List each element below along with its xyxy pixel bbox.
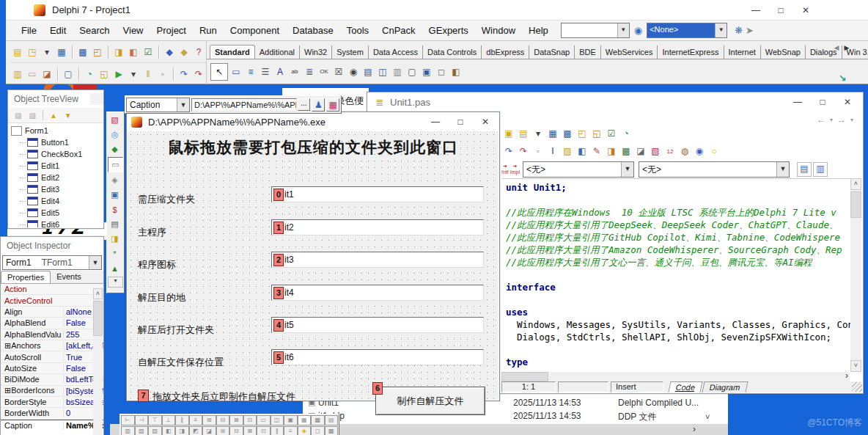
align-right-list-icon[interactable]: ▥ <box>813 162 828 177</box>
tree-item-checkbox1[interactable]: CheckBox1 <box>11 148 103 160</box>
component-replace-icon[interactable]: ◎ <box>108 128 122 142</box>
edit-field-1[interactable]: 0it1 <box>271 186 484 202</box>
align-button[interactable]: ⊞ <box>202 415 216 425</box>
move-up-icon[interactable]: ▲ <box>50 112 57 120</box>
tree-item-edit5[interactable]: Edit5 <box>11 207 103 219</box>
align-button[interactable]: ▨ <box>148 426 162 435</box>
tab-order-icon[interactable]: ◆ <box>108 142 122 156</box>
align-button[interactable]: ⊡ <box>243 415 257 425</box>
eraser-icon[interactable]: ▭ <box>108 157 123 172</box>
run-icon[interactable]: ▶ <box>112 67 125 81</box>
menu-item-project[interactable]: Project <box>150 22 193 39</box>
trace-icon[interactable]: ↷ <box>502 145 515 158</box>
menu-item-search[interactable]: Search <box>73 22 116 39</box>
palette-tab-websnap[interactable]: WebSnap <box>761 45 806 59</box>
palette-tab-internetexpress[interactable]: InternetExpress <box>658 45 724 59</box>
align-button[interactable]: ⊣ <box>135 415 149 425</box>
align-button[interactable]: ◪ <box>202 426 216 435</box>
align-button[interactable]: ▭ <box>257 415 271 425</box>
checklist-icon[interactable]: ☑ <box>605 127 618 140</box>
chevron-down-icon[interactable]: ▾ <box>850 117 853 123</box>
popupmenu-icon[interactable]: ☰ <box>259 65 272 78</box>
plant-icon[interactable]: * <box>108 246 122 260</box>
menu-item-cnpack[interactable]: CnPack <box>375 22 422 39</box>
property-row-borderwidth[interactable]: BorderWidth0 <box>1 408 103 419</box>
align-button[interactable]: ⊟ <box>216 415 230 425</box>
save-as-icon[interactable]: ▩ <box>561 127 574 140</box>
radiobutton-icon[interactable]: ◉ <box>347 65 360 78</box>
menu-item-view[interactable]: View <box>117 22 150 39</box>
new-unit-icon[interactable]: ▣ <box>502 127 515 140</box>
treeview-titlebar[interactable]: Object TreeView <box>8 90 103 108</box>
edit-field-2[interactable]: 1it2 <box>271 219 484 235</box>
label-icon[interactable]: A <box>273 65 287 78</box>
new-form-icon[interactable]: ▢ <box>62 67 75 81</box>
dock-arrow-icon[interactable]: ↘ <box>839 73 846 83</box>
palette-tab-standard[interactable]: Standard <box>210 45 255 59</box>
palette-tab-data-controls[interactable]: Data Controls <box>423 45 482 59</box>
editor-nav-arrows[interactable]: ←▾→▾ <box>814 114 856 125</box>
trace-into-icon[interactable]: ↷ <box>177 67 191 81</box>
align-button[interactable]: ⊥ <box>162 415 176 425</box>
align-button[interactable]: ⊟ <box>229 426 243 435</box>
folder-in-icon[interactable]: ◱ <box>590 127 603 140</box>
nav-arrow-icon[interactable]: → <box>837 114 846 125</box>
menu-item-gexperts[interactable]: GExperts <box>422 22 475 39</box>
align-button[interactable]: ⊤ <box>148 415 162 425</box>
form-titlebar[interactable]: D:\APP\%APPName%\%APPName%.exe — □ ✕ <box>127 112 499 131</box>
align-button[interactable]: ◫ <box>271 415 284 425</box>
hscroll-thumb[interactable] <box>501 372 548 381</box>
align-button[interactable]: ▤ <box>325 415 339 425</box>
strip-dropdown-icon[interactable]: ▾ <box>108 277 123 288</box>
tree-item-button1[interactable]: Button1 <box>11 136 103 148</box>
property-row-anchors[interactable]: ⊞Anchors[akLeft,akTop <box>1 340 103 351</box>
editor-class-combo[interactable]: <无>▼ <box>639 161 790 178</box>
chevron-down-icon[interactable]: ▼ <box>776 162 789 177</box>
align-button[interactable]: ▣ <box>284 415 298 425</box>
view-form-icon[interactable]: ▭ <box>26 67 39 81</box>
tab-events[interactable]: Events <box>51 271 87 283</box>
goto-implementation-button[interactable]: ➜Impl <box>510 164 520 175</box>
scrollbar-icon[interactable]: ▥ <box>391 65 404 78</box>
treeview-close-icon[interactable] <box>90 93 103 105</box>
save-all-icon[interactable]: ▩ <box>76 45 89 59</box>
tree-item-edit2[interactable]: Edit2 <box>11 172 103 183</box>
align-button[interactable]: ▩ <box>311 415 325 425</box>
editor-vscrollbar[interactable]: ˄ ˅ <box>850 178 861 372</box>
checkbox-icon[interactable]: ☒ <box>332 65 345 78</box>
open-dropdown-icon[interactable]: ▾ <box>40 45 54 59</box>
palette-tab-internet[interactable]: Internet <box>724 45 761 59</box>
form-window-icon[interactable]: ▣ <box>108 188 122 202</box>
editor-maximize-icon[interactable]: □ <box>810 94 835 110</box>
menu-item-component[interactable]: Component <box>224 22 286 39</box>
property-row-activecontrol[interactable]: ActiveControl <box>1 295 103 306</box>
write-icon[interactable]: ✎ <box>590 145 603 158</box>
desktop-layout-combo[interactable]: <None>▼ <box>647 23 727 38</box>
file-row[interactable]: ▦it1.ddp2025/11/13 14:53DDP 文件 <box>303 411 728 423</box>
palette-config-icon[interactable]: ▧ <box>108 113 122 127</box>
align-button[interactable]: ⊞ <box>216 426 230 435</box>
minimize-icon[interactable]: — <box>743 2 768 18</box>
mountain-icon[interactable]: ▲ <box>108 261 122 275</box>
inspector-titlebar[interactable]: Object Inspector <box>1 237 103 255</box>
new-item-icon[interactable]: ▨ <box>15 112 21 120</box>
align-button[interactable]: ▧ <box>135 426 149 435</box>
toggle-form-unit-icon[interactable]: ◪ <box>40 67 54 81</box>
chevron-down-icon[interactable]: ▼ <box>621 162 633 177</box>
delete-item-icon[interactable]: ▨ <box>29 112 35 120</box>
palette-scroll-right-icon[interactable]: ▶ <box>845 44 850 51</box>
run-dropdown-icon[interactable]: ▾ <box>127 67 140 81</box>
new-page-icon[interactable]: ▤ <box>517 127 530 140</box>
nav-arrow-icon[interactable]: ← <box>817 114 825 125</box>
property-row-autosize[interactable]: AutoSizeFalse <box>1 363 103 374</box>
align-button[interactable]: ◈ <box>298 426 312 435</box>
edit-field-4[interactable]: 3it4 <box>271 285 484 301</box>
search-combo[interactable]: ▼ <box>561 23 630 38</box>
palette-tab-additional[interactable]: Additional <box>255 45 300 59</box>
form-maximize-icon[interactable]: □ <box>448 114 473 130</box>
scroll-up-icon[interactable]: ˄ <box>850 178 861 190</box>
package-icon[interactable]: ◨ <box>605 145 618 158</box>
tab-properties[interactable]: Properties <box>1 271 51 283</box>
make-sfx-checkbox-label[interactable]: 拖放文件夹后立即制作自解压文件 <box>152 390 295 403</box>
tree-item-edit6[interactable]: Edit6 <box>11 219 103 227</box>
